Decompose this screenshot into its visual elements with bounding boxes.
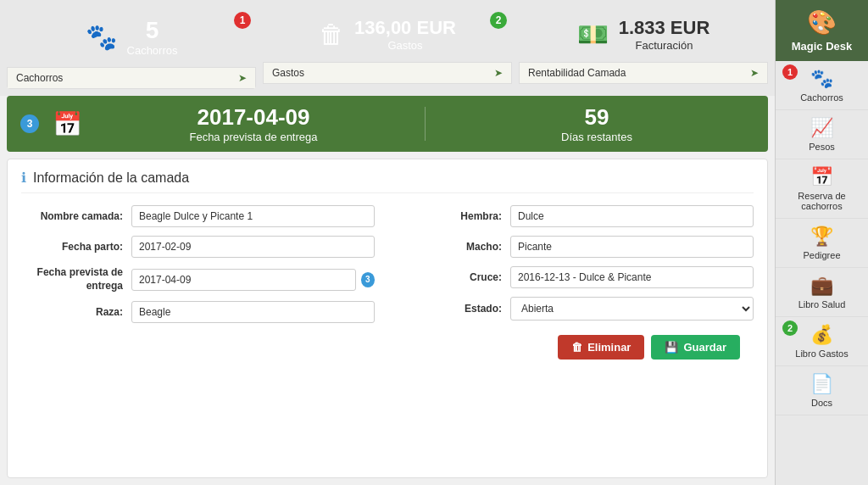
nombre-input[interactable] bbox=[131, 205, 375, 227]
hembra-label: Hembra: bbox=[400, 210, 510, 222]
info-section: ℹ Información de la camada Nombre camada… bbox=[7, 159, 768, 478]
health-icon: 💼 bbox=[810, 275, 833, 297]
arrow-right-icon: ➤ bbox=[494, 67, 503, 79]
form-row-nombre: Nombre camada: bbox=[21, 205, 375, 227]
trophy-icon: 🏆 bbox=[810, 226, 833, 248]
sidebar-libro-gastos-label: Libro Gastos bbox=[795, 348, 848, 359]
trash-icon: 🗑 bbox=[319, 20, 344, 49]
sidebar-item-pedigree[interactable]: 🏆 Pedigree bbox=[776, 219, 868, 268]
save-btn-icon: 💾 bbox=[665, 341, 678, 354]
fecha-parto-input[interactable] bbox=[131, 236, 375, 258]
card-facturacion: 💵 1.833 EUR Facturación Rentabilidad Cam… bbox=[519, 7, 768, 89]
sidebar: 🎨 Magic Desk 1 🐾 Cachorros 📈 Pesos 📅 Res… bbox=[775, 0, 868, 485]
trash-btn-icon: 🗑 bbox=[571, 341, 582, 354]
macho-label: Macho: bbox=[400, 241, 510, 253]
sidebar-pedigree-label: Pedigree bbox=[803, 250, 840, 260]
form-row-fecha-entrega: Fecha prevista de entrega 3 bbox=[21, 266, 375, 293]
sidebar-gastos-badge: 2 bbox=[782, 321, 798, 336]
sidebar-item-docs[interactable]: 📄 Docs bbox=[776, 366, 868, 415]
card-gastos-label: Gastos bbox=[354, 39, 456, 52]
palette-icon: 🎨 bbox=[807, 8, 837, 36]
sidebar-reserva-label: Reserva de cachorros bbox=[780, 191, 864, 211]
save-button[interactable]: 💾 Guardar bbox=[651, 335, 740, 360]
card-cachorros-bottom-label: Cachorros bbox=[16, 72, 63, 84]
sidebar-libro-salud-label: Libro Salud bbox=[798, 299, 846, 309]
chart-icon: 📈 bbox=[810, 117, 833, 139]
card-cachorros-label: Cachorros bbox=[127, 44, 178, 57]
card-cachorros-badge: 1 bbox=[234, 12, 251, 29]
cruce-label: Cruce: bbox=[400, 271, 510, 283]
card-cachorros: 1 🐾 5 Cachorros Cachorros ➤ bbox=[7, 7, 256, 89]
form-row-raza: Raza: bbox=[21, 301, 375, 323]
card-facturacion-bottom-label: Rentabilidad Camada bbox=[528, 67, 626, 79]
cards-row: 1 🐾 5 Cachorros Cachorros ➤ 2 🗑 136,00 E… bbox=[0, 0, 775, 96]
card-gastos-number: 136,00 EUR bbox=[354, 17, 456, 39]
card-gastos-badge: 2 bbox=[490, 12, 507, 29]
sidebar-cachorros-badge: 1 bbox=[782, 64, 798, 80]
card-cachorros-number: 5 bbox=[127, 17, 178, 44]
save-label: Guardar bbox=[683, 341, 726, 354]
card-gastos-bottom[interactable]: Gastos ➤ bbox=[263, 62, 512, 84]
date-badge: 3 bbox=[20, 114, 39, 133]
sidebar-docs-label: Docs bbox=[811, 398, 832, 408]
sidebar-item-reserva[interactable]: 📅 Reserva de cachorros bbox=[776, 159, 868, 219]
form-row-cruce: Cruce: bbox=[400, 266, 754, 288]
fecha-entrega-badge: 3 bbox=[361, 272, 376, 287]
days-value: 59 bbox=[439, 104, 754, 131]
estado-select[interactable]: Abierta Cerrada bbox=[510, 297, 754, 321]
sidebar-item-libro-gastos[interactable]: 2 💰 Libro Gastos bbox=[776, 317, 868, 366]
raza-input[interactable] bbox=[131, 301, 375, 323]
btn-row: 🗑 Eliminar 💾 Guardar bbox=[21, 335, 754, 360]
delete-button[interactable]: 🗑 Eliminar bbox=[558, 335, 644, 360]
doc-icon: 📄 bbox=[810, 373, 833, 395]
macho-input[interactable] bbox=[510, 236, 754, 258]
paw-icon: 🐾 bbox=[86, 22, 117, 52]
info-title: ℹ Información de la camada bbox=[21, 170, 754, 193]
arrow-right-icon: ➤ bbox=[238, 72, 247, 84]
calendar-icon: 📅 bbox=[53, 110, 82, 138]
paw-icon: 🐾 bbox=[810, 68, 833, 90]
fecha-parto-label: Fecha parto: bbox=[21, 241, 131, 253]
sidebar-item-libro-salud[interactable]: 💼 Libro Salud bbox=[776, 268, 868, 317]
card-cachorros-bottom[interactable]: Cachorros ➤ bbox=[7, 67, 256, 89]
calendar-icon: 📅 bbox=[810, 166, 833, 188]
date-bar: 3 📅 2017-04-09 Fecha prevista de entrega… bbox=[7, 96, 768, 152]
cruce-input[interactable] bbox=[510, 266, 754, 288]
fecha-entrega-input[interactable] bbox=[131, 269, 356, 291]
sidebar-item-cachorros[interactable]: 1 🐾 Cachorros bbox=[776, 61, 868, 110]
days-label: Días restantes bbox=[439, 131, 754, 143]
sidebar-cachorros-label: Cachorros bbox=[800, 92, 843, 103]
date-label: Fecha prevista de entrega bbox=[96, 131, 411, 143]
estado-label: Estado: bbox=[400, 303, 510, 315]
info-title-text: Información de la camada bbox=[33, 170, 189, 186]
hembra-input[interactable] bbox=[510, 205, 754, 227]
card-gastos-bottom-label: Gastos bbox=[272, 67, 304, 79]
nombre-label: Nombre camada: bbox=[21, 210, 131, 222]
form-row-macho: Macho: bbox=[400, 236, 754, 258]
delete-label: Eliminar bbox=[587, 341, 631, 354]
card-facturacion-bottom[interactable]: Rentabilidad Camada ➤ bbox=[519, 62, 768, 84]
date-value: 2017-04-09 bbox=[96, 104, 411, 131]
sidebar-title: Magic Desk bbox=[792, 40, 853, 53]
fecha-entrega-label: Fecha prevista de entrega bbox=[21, 266, 131, 293]
form-row-hembra: Hembra: bbox=[400, 205, 754, 227]
form-row-estado: Estado: Abierta Cerrada bbox=[400, 297, 754, 321]
form-row-fecha-parto: Fecha parto: bbox=[21, 236, 375, 258]
arrow-right-icon: ➤ bbox=[750, 67, 759, 79]
money-icon: 💰 bbox=[810, 324, 833, 346]
sidebar-item-pesos[interactable]: 📈 Pesos bbox=[776, 110, 868, 159]
card-facturacion-number: 1.833 EUR bbox=[619, 17, 710, 39]
card-facturacion-label: Facturación bbox=[619, 39, 710, 52]
sidebar-header: 🎨 Magic Desk bbox=[776, 0, 868, 61]
info-icon: ℹ bbox=[21, 170, 26, 186]
card-gastos: 2 🗑 136,00 EUR Gastos Gastos ➤ bbox=[263, 7, 512, 89]
money-icon: 💵 bbox=[577, 20, 609, 49]
sidebar-pesos-label: Pesos bbox=[809, 142, 835, 152]
raza-label: Raza: bbox=[21, 306, 131, 318]
